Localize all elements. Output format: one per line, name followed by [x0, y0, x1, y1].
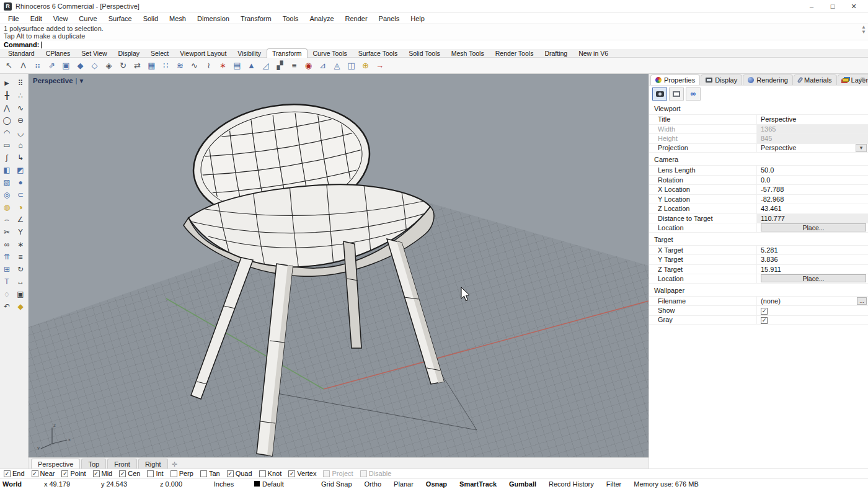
dimension-icon[interactable]: ↔	[14, 276, 27, 288]
checkbox-icon[interactable]	[761, 317, 768, 324]
boss-icon[interactable]: ◫	[345, 59, 358, 72]
osnap-toggle-item[interactable]: Project	[323, 470, 353, 477]
menu-item[interactable]: Render	[340, 15, 373, 22]
rectangle-icon[interactable]: ▭	[1, 139, 14, 151]
viewport-tab[interactable]: Front	[107, 459, 137, 469]
toolbar-tab[interactable]: Set View	[76, 48, 112, 57]
checkbox-icon[interactable]	[4, 470, 11, 477]
browse-button[interactable]: ...	[857, 297, 867, 305]
scale-icon[interactable]: ▣	[60, 59, 73, 72]
checkbox-icon[interactable]	[360, 470, 367, 477]
osnap-toggle-item[interactable]: Quad	[227, 470, 252, 477]
transform-icon[interactable]: ↻	[14, 263, 27, 276]
viewport-tab[interactable]: Top	[81, 459, 106, 469]
viewport-tab[interactable]: Right	[138, 459, 168, 469]
rotate-3d-icon[interactable]: ↻	[117, 59, 130, 72]
toolbar-tab[interactable]: Select	[145, 48, 174, 57]
split-icon[interactable]: Y	[14, 226, 27, 238]
toolbar-tab[interactable]: Visibility	[232, 48, 267, 57]
array-polar-icon[interactable]: ∷	[159, 59, 172, 72]
set-points-icon[interactable]: →	[373, 59, 386, 72]
extend-icon[interactable]: ↳	[14, 151, 27, 164]
symmetry-icon[interactable]: ◬	[330, 59, 343, 72]
menu-item[interactable]: Surface	[103, 15, 138, 22]
move-icon[interactable]: ↖	[2, 59, 16, 72]
cage-edit-icon[interactable]: ▤	[231, 59, 244, 72]
osnap-toggle-item[interactable]: Vertex	[288, 470, 316, 477]
layer-button[interactable]: Default	[248, 480, 315, 488]
panel-tab[interactable]: Properties	[650, 74, 700, 85]
maximize-button[interactable]: □	[822, 1, 843, 12]
twist-icon[interactable]: ≀	[202, 59, 215, 72]
mirror-icon[interactable]: ◆	[74, 59, 87, 72]
memory-usage[interactable]: Memory use: 676 MB	[627, 480, 705, 488]
z-coordinate[interactable]: z 0.000	[143, 480, 200, 488]
toolbar-tab[interactable]: CPlanes	[40, 48, 76, 57]
units-button[interactable]: Inches	[200, 480, 248, 488]
pipe-icon[interactable]: ⊂	[14, 189, 27, 201]
osnap-toggle-item[interactable]: Knot	[259, 470, 282, 477]
rotate-icon[interactable]: ⇗	[45, 59, 58, 72]
property-value[interactable]: -57.788	[761, 186, 868, 193]
lock-icon[interactable]: ▣	[14, 288, 27, 300]
gumball-icon[interactable]: ◈	[102, 59, 115, 72]
osnap-toggle-item[interactable]: Int	[147, 470, 163, 477]
property-value[interactable]: 43.461	[761, 205, 868, 212]
trim-icon[interactable]: ✂	[1, 226, 14, 238]
panel-tab[interactable]: Display	[701, 74, 742, 85]
property-value[interactable]: -82.968	[761, 195, 868, 203]
property-value[interactable]: 110.777	[757, 214, 868, 223]
checkbox-icon[interactable]	[93, 470, 100, 477]
smash-icon[interactable]: ▞	[273, 59, 286, 72]
osnap-toggle-item[interactable]: End	[4, 470, 25, 477]
point-icon[interactable]: ╋	[1, 89, 14, 102]
toolbar-tab[interactable]: Transform	[267, 48, 307, 58]
command-prompt[interactable]: Command:	[0, 40, 868, 49]
close-button[interactable]: ✕	[843, 1, 864, 12]
record-history-toggle[interactable]: Record History	[542, 480, 600, 488]
property-value[interactable]: Perspective	[761, 115, 868, 123]
orient-surface-icon[interactable]: ◇	[88, 59, 101, 72]
planar-toggle[interactable]: Planar	[388, 480, 420, 488]
panel-options-icon[interactable]: ◉	[860, 76, 866, 83]
camera-link-button[interactable]: ∞	[686, 87, 701, 101]
filename-value[interactable]: (none)	[761, 297, 857, 305]
menu-item[interactable]: Panels	[373, 15, 405, 22]
property-value[interactable]: 845	[757, 134, 868, 143]
project-icon[interactable]: ≡	[288, 59, 301, 72]
osnap-toggle-item[interactable]: Mid	[93, 470, 113, 477]
sphere-icon[interactable]: ●	[14, 176, 27, 189]
hide-icon[interactable]: ◌	[1, 288, 14, 300]
select-icon[interactable]: ►	[1, 77, 14, 89]
toolbar-tab[interactable]: Render Tools	[490, 48, 539, 57]
curve-icon[interactable]: ∿	[14, 102, 27, 114]
menu-item[interactable]: View	[48, 15, 74, 22]
y-coordinate[interactable]: y 24.543	[86, 480, 143, 488]
sweep-icon[interactable]: ◆	[14, 300, 27, 313]
torus-icon[interactable]: ◎	[1, 189, 14, 201]
box-icon[interactable]: ▧	[1, 176, 14, 189]
chamfer-icon[interactable]: ∠	[14, 213, 27, 226]
ellipse-icon[interactable]: ⊖	[14, 114, 27, 127]
menu-item[interactable]: Tools	[277, 15, 304, 22]
splop-icon[interactable]: ◉	[302, 59, 315, 72]
menu-item[interactable]: Edit	[25, 15, 48, 22]
toolbar-tab[interactable]: Solid Tools	[403, 48, 446, 57]
checkbox-icon[interactable]	[227, 470, 234, 477]
polygon-icon[interactable]: ⌂	[14, 139, 27, 151]
smarttrack-toggle[interactable]: SmartTrack	[453, 480, 503, 488]
menu-item[interactable]: Help	[405, 15, 430, 22]
chevron-down-icon[interactable]: ▾	[80, 76, 84, 85]
polyline-icon[interactable]: ⋀	[1, 102, 14, 114]
property-value[interactable]: 1365	[757, 125, 868, 134]
point-cloud-icon[interactable]: ∴	[14, 89, 27, 102]
surface-corner-icon[interactable]: ◩	[14, 164, 27, 176]
checkbox-icon[interactable]	[119, 470, 126, 477]
osnap-toggle-item[interactable]: Tan	[200, 470, 220, 477]
shear-icon[interactable]: ◿	[259, 59, 272, 72]
panel-tab[interactable]: Rendering	[743, 74, 793, 85]
checkbox-icon[interactable]	[761, 308, 768, 315]
viewport-properties-button[interactable]	[652, 87, 667, 101]
ortho-toggle[interactable]: Ortho	[358, 480, 388, 488]
taper-icon[interactable]: ▲	[245, 59, 258, 72]
